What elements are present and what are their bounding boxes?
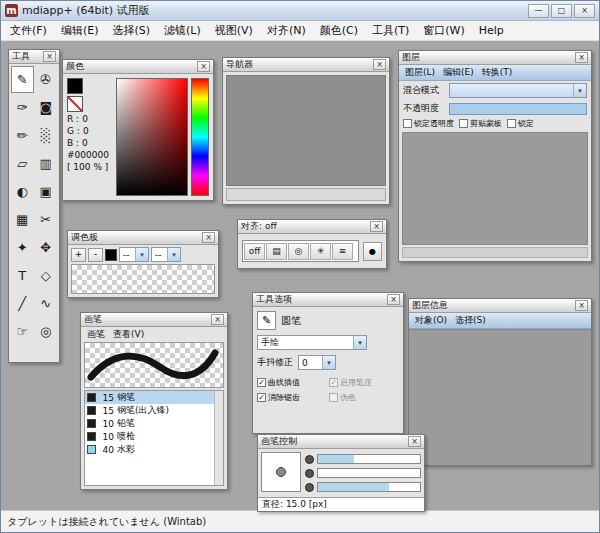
blend-mode-dropdown[interactable]: ▾ (449, 83, 587, 98)
palette-panel-titlebar[interactable]: 调色板 × (68, 231, 218, 245)
menu-item-1[interactable]: 编辑(E) (54, 21, 106, 40)
align-radial-button[interactable]: ✳ (310, 243, 331, 260)
menu-item-5[interactable]: 对齐(N) (260, 21, 313, 40)
layer-info-panel-titlebar[interactable]: 图层信息 × (409, 299, 591, 313)
layer-info-menu-item-0[interactable]: 对象(O) (412, 314, 450, 327)
line-tool-button[interactable]: ╱ (11, 290, 34, 317)
eraser-tool-button[interactable]: ▱ (11, 150, 34, 177)
close-icon[interactable]: × (575, 300, 588, 311)
text-tool-button[interactable]: T (11, 262, 34, 289)
close-icon[interactable]: × (202, 232, 215, 243)
current-swatch[interactable] (105, 249, 117, 261)
layers-menu-item-1[interactable]: 编辑(E) (440, 66, 477, 79)
magic-wand-tool-button[interactable]: ✦ (11, 234, 34, 261)
tool-option-check-0[interactable]: ✓曲线插值 (257, 377, 327, 388)
lasso-tool-button[interactable]: ✂ (35, 206, 58, 233)
brush-list-item[interactable]: 15钢笔(出入锋) (85, 404, 214, 417)
align-parallel-button[interactable]: ≡ (332, 243, 353, 260)
tool-options-panel-titlebar[interactable]: 工具选项 × (253, 293, 403, 307)
tool-option-check-2[interactable]: ✓消除锯齿 (257, 392, 327, 403)
color-panel-titlebar[interactable]: 颜色 × (63, 60, 213, 74)
slider-track[interactable] (317, 482, 421, 492)
foreground-color-swatch[interactable] (67, 78, 83, 94)
layers-panel-titlebar[interactable]: 图层 × (399, 51, 591, 65)
navigator-canvas[interactable] (226, 75, 386, 186)
brush-list-item[interactable]: 10喷枪 (85, 430, 214, 443)
layer-info-content[interactable] (409, 329, 591, 465)
brush-control-panel-titlebar[interactable]: 画笔控制 × (258, 435, 424, 449)
layers-bottom-toolbar[interactable] (402, 247, 588, 258)
tool-option-check-1[interactable]: ✓启用笔压 (329, 377, 399, 388)
minimize-button[interactable]: — (528, 4, 549, 18)
align-perspective-button[interactable]: ▤ (266, 243, 287, 260)
brush-list-item[interactable]: 40水彩 (85, 443, 214, 456)
airbrush-tool-button[interactable]: ░ (35, 122, 58, 149)
palette-swatch-grid[interactable] (71, 264, 215, 294)
brush-list-item[interactable]: 10铅笔 (85, 417, 214, 430)
tool-option-check-3[interactable]: 伪色 (329, 392, 399, 403)
add-swatch-button[interactable]: + (71, 248, 86, 262)
pen-tool-button[interactable]: ✎ (11, 66, 34, 93)
close-icon[interactable]: × (43, 51, 56, 62)
move-tool-button[interactable]: ✥ (35, 234, 58, 261)
round-pen-icon[interactable]: ✎ (257, 311, 276, 330)
stabilizer-dropdown[interactable]: 0 ▾ (298, 355, 336, 370)
gradient-tool-button[interactable]: ▥ (35, 150, 58, 177)
brush-control-slider-0[interactable] (305, 454, 421, 465)
layers-menu-item-2[interactable]: 转换(T) (479, 66, 516, 79)
menu-item-4[interactable]: 视图(V) (208, 21, 260, 40)
layers-menu-item-0[interactable]: 图层(L) (402, 66, 438, 79)
stamp-tool-button[interactable]: ▣ (35, 178, 58, 205)
saturation-value-picker[interactable] (116, 78, 188, 196)
menu-item-6[interactable]: 颜色(C) (313, 21, 365, 40)
menu-item-8[interactable]: 窗口(W) (416, 21, 471, 40)
brush-tool-button[interactable]: ✑ (11, 94, 34, 121)
slider-knob-icon[interactable] (305, 469, 314, 478)
align-concentric-button[interactable]: ◎ (288, 243, 309, 260)
layer-info-menu-item-1[interactable]: 选择(S) (452, 314, 489, 327)
close-button[interactable]: × (574, 4, 595, 18)
brush-list-scrollbar[interactable] (214, 391, 223, 485)
brush-menu-item-0[interactable]: 画笔 (84, 328, 108, 341)
brush-panel-titlebar[interactable]: 画笔 × (81, 313, 227, 327)
align-off-button[interactable]: off (244, 243, 265, 260)
close-icon[interactable]: × (408, 436, 421, 447)
draw-mode-dropdown[interactable]: 手绘 ▾ (257, 335, 367, 350)
navigator-panel-titlebar[interactable]: 导航器 × (223, 58, 389, 72)
layers-check-0[interactable]: 锁定透明度 (403, 118, 454, 129)
layers-check-1[interactable]: 剪贴蒙板 (459, 118, 502, 129)
brush-list-item[interactable]: 15钢笔 (85, 391, 214, 404)
close-icon[interactable]: × (373, 59, 386, 70)
maximize-button[interactable]: □ (551, 4, 572, 18)
bucket-tool-button[interactable]: ◙ (35, 94, 58, 121)
blur-tool-button[interactable]: ◐ (11, 178, 34, 205)
align-panel-titlebar[interactable]: 对齐: off × (238, 220, 386, 234)
background-color-swatch[interactable] (67, 96, 83, 112)
pencil-tool-button[interactable]: ✏ (11, 122, 34, 149)
hue-bar[interactable] (191, 78, 209, 196)
zoom-tool-button[interactable]: ◎ (35, 318, 58, 345)
slider-knob-icon[interactable] (305, 455, 314, 464)
remove-swatch-button[interactable]: - (88, 248, 103, 262)
select-rect-tool-button[interactable]: ▦ (11, 206, 34, 233)
brush-control-slider-2[interactable] (305, 482, 421, 493)
navigator-toolbar[interactable] (226, 188, 386, 201)
close-icon[interactable]: × (370, 221, 383, 232)
slider-track[interactable] (317, 454, 421, 464)
menu-item-7[interactable]: 工具(T) (365, 21, 416, 40)
slider-track[interactable] (317, 468, 421, 478)
menu-item-9[interactable]: Help (472, 22, 511, 39)
slider-knob-icon[interactable] (305, 483, 314, 492)
palette-dropdown-1[interactable]: -- ▾ (119, 247, 149, 262)
align-extra-button[interactable]: ● (363, 242, 382, 261)
menu-item-0[interactable]: 文件(F) (3, 21, 54, 40)
hand-tool-button[interactable]: ☞ (11, 318, 34, 345)
layers-list[interactable] (402, 132, 588, 245)
curve-tool-button[interactable]: ∿ (35, 290, 58, 317)
close-icon[interactable]: × (387, 294, 400, 305)
tools-panel-titlebar[interactable]: 工具 × (9, 50, 59, 64)
close-icon[interactable]: × (197, 61, 210, 72)
eyedropper-tool-button[interactable]: ✇ (35, 66, 58, 93)
layers-check-2[interactable]: 锁定 (507, 118, 534, 129)
brush-control-slider-1[interactable] (305, 468, 421, 479)
